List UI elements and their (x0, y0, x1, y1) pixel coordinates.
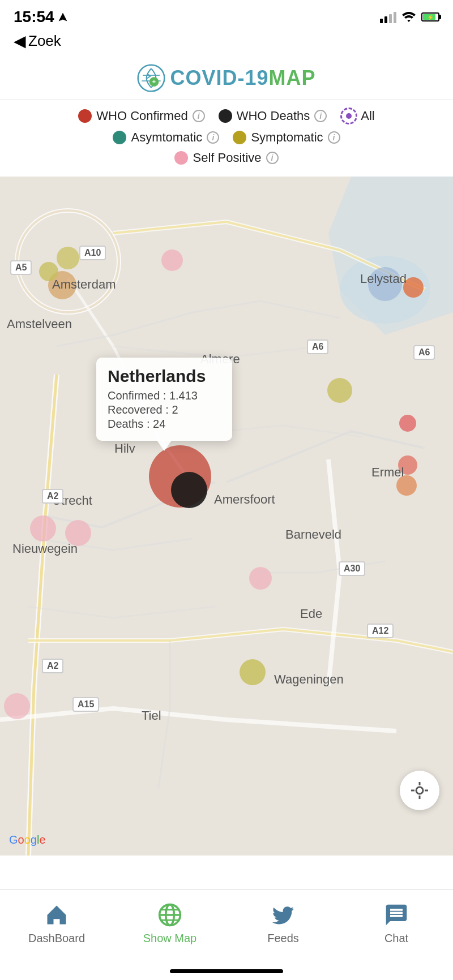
map-dot-d11-death[interactable] (171, 472, 207, 508)
signal-bar-4 (394, 12, 396, 23)
tab-chat-label: Chat (384, 932, 408, 945)
app-logo: + COVID-19MAP (137, 64, 315, 92)
globe-icon (157, 902, 182, 927)
map-dot-d7[interactable] (399, 415, 416, 432)
tab-dashboard[interactable]: DashBoard (0, 897, 113, 945)
asymptomatic-dot (113, 131, 126, 144)
map-dot-d6[interactable] (403, 277, 424, 298)
legend-row-3: Self Positive i (11, 151, 442, 165)
tab-chat-icon-wrap (383, 901, 410, 929)
map-dot-d5[interactable] (368, 267, 402, 301)
symptomatic-dot (233, 131, 246, 144)
country-tooltip: Netherlands Confirmed : 1.413 Recovered … (96, 358, 232, 441)
map-dot-d14[interactable] (249, 567, 272, 590)
home-indicator (170, 969, 283, 973)
map-dot-d10[interactable] (396, 475, 417, 496)
location-arrow-icon (58, 12, 68, 22)
tab-feeds-label: Feeds (267, 932, 299, 945)
battery-icon: ⚡ (421, 12, 439, 22)
wifi-icon (402, 12, 416, 22)
legend-row-2: Asymtomatic i Symptomatic i (11, 130, 442, 145)
tab-feeds-icon-wrap (270, 901, 297, 929)
road-badge-a5: A5 (10, 260, 32, 275)
status-icons: ⚡ (380, 11, 439, 23)
all-icon (340, 108, 357, 124)
road-badge-a12: A12 (367, 624, 394, 638)
map-dot-d16[interactable] (4, 693, 30, 719)
twitter-bird-icon (271, 902, 296, 927)
symptomatic-label: Symptomatic (251, 130, 323, 145)
signal-bar-2 (384, 16, 387, 23)
map-dot-d3[interactable] (39, 262, 58, 281)
title-map: MAP (269, 66, 316, 89)
map-dot-d9[interactable] (398, 455, 417, 475)
tab-showmap-label: Show Map (143, 932, 197, 945)
location-crosshair-icon (409, 780, 430, 801)
road-badge-a10: A10 (79, 246, 106, 260)
tab-showmap-icon-wrap (156, 901, 183, 929)
who-deaths-dot (219, 109, 232, 123)
legend-all[interactable]: All (340, 108, 374, 124)
signal-bar-3 (389, 14, 392, 23)
back-label: Zoek (28, 32, 61, 50)
tab-dashboard-icon-wrap (43, 901, 70, 929)
svg-point-10 (416, 787, 423, 794)
back-button[interactable]: ◀ Zoek (14, 32, 439, 50)
road-badge-a6: A6 (307, 339, 328, 354)
tab-chat[interactable]: Chat (340, 897, 453, 945)
road-badge-a2: A2 (42, 489, 63, 504)
tab-showmap[interactable]: Show Map (113, 897, 226, 945)
map-dot-d2[interactable] (57, 247, 79, 269)
title-covid: COVID-19 (170, 66, 268, 89)
home-icon (44, 902, 69, 927)
asymptomatic-info[interactable]: i (207, 131, 219, 144)
self-positive-dot (174, 151, 188, 165)
tooltip-country: Netherlands (108, 367, 221, 386)
road-badge-a15: A15 (72, 697, 99, 712)
status-time: 15:54 (14, 8, 68, 26)
location-button[interactable] (400, 771, 439, 810)
legend-who-deaths[interactable]: WHO Deaths i (219, 109, 327, 123)
tab-feeds[interactable]: Feeds (226, 897, 340, 945)
map-dot-d8[interactable] (327, 378, 352, 403)
legend-asymptomatic[interactable]: Asymtomatic i (113, 130, 219, 145)
map-dot-d4[interactable] (161, 250, 183, 271)
tooltip-arrow (156, 440, 172, 451)
time-display: 15:54 (14, 8, 54, 26)
all-label: All (361, 109, 374, 123)
signal-bars (380, 11, 396, 23)
tooltip-confirmed: Confirmed : 1.413 (108, 389, 221, 402)
all-dot-inner (346, 113, 352, 119)
who-deaths-info[interactable]: i (314, 110, 327, 122)
road-badge-a6b: A6 (413, 345, 435, 360)
symptomatic-info[interactable]: i (328, 131, 340, 144)
asymptomatic-label: Asymtomatic (131, 130, 202, 145)
tooltip-recovered: Recovered : 2 (108, 403, 221, 416)
google-watermark: Google (9, 833, 46, 846)
legend-symptomatic[interactable]: Symptomatic i (233, 130, 340, 145)
battery-bolt: ⚡ (427, 14, 434, 20)
chat-icon (384, 902, 409, 927)
app-title: COVID-19MAP (170, 66, 315, 90)
svg-text:+: + (152, 78, 156, 85)
self-positive-info[interactable]: i (266, 152, 279, 164)
app-logo-icon: + (137, 64, 165, 92)
signal-bar-1 (380, 19, 383, 23)
road-badge-a2b: A2 (42, 659, 63, 673)
who-deaths-label: WHO Deaths (237, 109, 310, 123)
back-chevron-icon: ◀ (14, 32, 26, 50)
map-dot-d13[interactable] (65, 520, 91, 546)
legend-self-positive[interactable]: Self Positive i (174, 151, 278, 165)
legend-who-confirmed[interactable]: WHO Confirmed i (78, 109, 204, 123)
map-dot-d15[interactable] (240, 659, 266, 685)
road-badge-a30: A30 (339, 561, 365, 576)
who-confirmed-info[interactable]: i (193, 110, 205, 122)
status-bar: 15:54 ⚡ (0, 0, 453, 29)
tab-bar: DashBoard Show Map Feeds Chat (0, 889, 453, 980)
back-nav: ◀ Zoek (0, 29, 453, 55)
map-container[interactable]: AmsterdamAmstelveenAlmereHilvUtrechtAmer… (0, 177, 453, 856)
map-dot-d12[interactable] (30, 515, 56, 541)
app-header: + COVID-19MAP (0, 55, 453, 100)
legend: WHO Confirmed i WHO Deaths i All Asymtom… (0, 100, 453, 177)
tooltip-deaths: Deaths : 24 (108, 418, 221, 431)
